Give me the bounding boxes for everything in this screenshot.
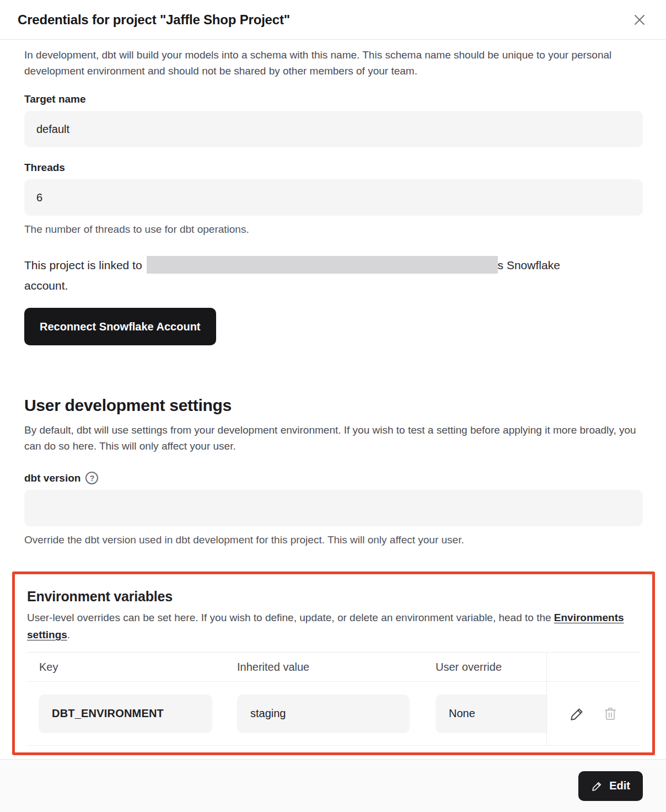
dbt-version-label: dbt version [24, 472, 80, 484]
modal-footer: Edit [0, 759, 666, 812]
snowflake-linked-text: This project is linked tos Snowflakeacco… [24, 255, 643, 296]
schema-description: In development, dbt will build your mode… [24, 47, 643, 79]
trash-icon [602, 706, 619, 722]
env-var-user-override-value: None [436, 695, 546, 733]
edit-row-button[interactable] [568, 704, 587, 723]
environment-variables-heading: Environment variables [27, 589, 640, 605]
credentials-modal: Credentials for project "Jaffle Shop Pro… [0, 0, 666, 755]
table-header-row: Key Inherited value User override [27, 653, 640, 682]
dbt-version-label-row: dbt version ? [24, 472, 643, 484]
target-name-input[interactable] [24, 111, 643, 147]
edit-button[interactable]: Edit [578, 771, 643, 801]
column-header-inherited-value: Inherited value [237, 661, 436, 674]
user-dev-settings-heading: User development settings [24, 396, 643, 415]
env-var-inherited-value: staging [237, 695, 410, 733]
threads-input[interactable] [24, 179, 643, 216]
redacted-account-name [147, 256, 498, 274]
table-row: DBT_ENVIRONMENT staging None [27, 682, 640, 746]
threads-helper: The number of threads to use for dbt ope… [24, 223, 643, 236]
help-icon[interactable]: ? [85, 472, 98, 484]
column-header-user-override: User override [436, 661, 546, 674]
column-header-actions [546, 653, 640, 681]
modal-header: Credentials for project "Jaffle Shop Pro… [0, 0, 666, 40]
edit-button-label: Edit [609, 779, 630, 792]
reconnect-snowflake-button[interactable]: Reconnect Snowflake Account [24, 308, 216, 345]
threads-label: Threads [24, 162, 643, 174]
environment-variables-section: Environment variables User-level overrid… [12, 571, 655, 755]
user-dev-settings-description: By default, dbt will use settings from y… [24, 422, 643, 454]
environment-variables-description: User-level overrides can be set here. If… [27, 609, 640, 643]
env-var-key-value: DBT_ENVIRONMENT [39, 695, 212, 733]
close-icon [632, 12, 647, 28]
row-actions [546, 682, 640, 745]
dbt-version-input[interactable] [24, 490, 643, 526]
pencil-icon [569, 706, 586, 722]
close-button[interactable] [630, 10, 649, 30]
target-name-label: Target name [24, 93, 643, 105]
dbt-version-helper: Override the dbt version used in dbt dev… [24, 534, 643, 546]
modal-body: In development, dbt will build your mode… [0, 47, 666, 755]
delete-row-button[interactable] [601, 704, 620, 723]
modal-title: Credentials for project "Jaffle Shop Pro… [18, 12, 290, 28]
edit-pencil-icon [591, 780, 603, 792]
column-header-key: Key [27, 661, 237, 674]
environment-variables-table: Key Inherited value User override DBT_EN… [27, 652, 640, 746]
